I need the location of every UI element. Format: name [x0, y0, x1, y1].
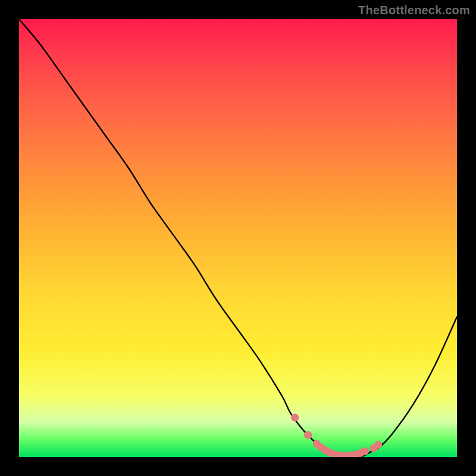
bottleneck-curve-path — [19, 19, 457, 457]
watermark-text: TheBottleneck.com — [358, 4, 470, 17]
chart-frame: TheBottleneck.com — [0, 0, 476, 476]
valley-dot — [374, 441, 382, 449]
valley-dots-group — [291, 414, 382, 457]
valley-dot — [304, 431, 312, 439]
plot-area — [19, 19, 457, 457]
chart-svg — [19, 19, 457, 457]
valley-dot — [361, 447, 369, 455]
valley-dot — [291, 414, 299, 421]
